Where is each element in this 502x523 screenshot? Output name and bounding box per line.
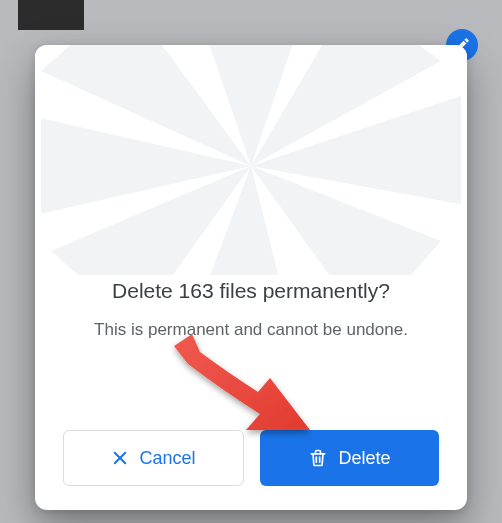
dialog-body: Delete 163 files permanently? This is pe… (35, 275, 467, 510)
delete-button-label: Delete (338, 448, 390, 469)
confirm-delete-dialog: Delete 163 files permanently? This is pe… (35, 45, 467, 510)
dialog-actions: Cancel Delete (63, 430, 439, 486)
delete-button[interactable]: Delete (260, 430, 439, 486)
dialog-title: Delete 163 files permanently? (63, 279, 439, 303)
dialog-illustration (35, 45, 467, 275)
dialog-subtitle: This is permanent and cannot be undone. (63, 317, 439, 343)
cancel-button-label: Cancel (139, 448, 195, 469)
cancel-button[interactable]: Cancel (63, 430, 244, 486)
trash-icon (308, 448, 328, 468)
background-element (18, 0, 84, 30)
burst-graphic (41, 45, 461, 275)
close-icon (111, 449, 129, 467)
